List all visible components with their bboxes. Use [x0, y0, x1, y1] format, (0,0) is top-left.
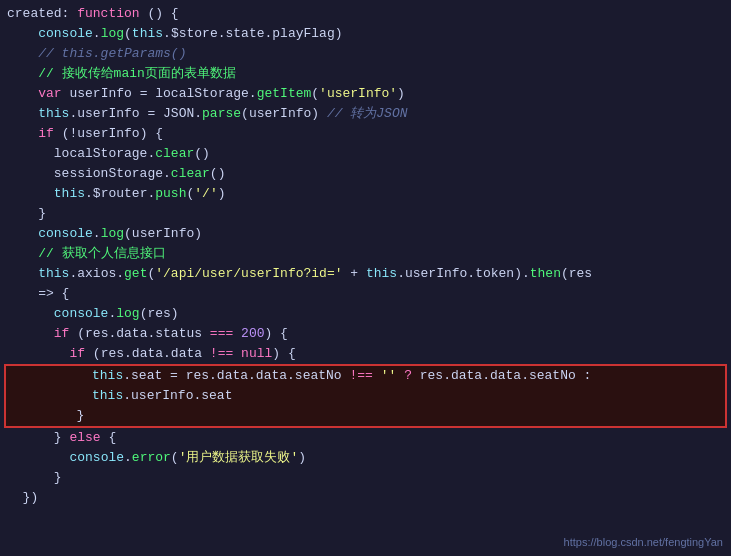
- code-text-18: if (res.data.data !== null) {: [7, 344, 723, 364]
- code-line-19: this.seat = res.data.data.seatNo !== '' …: [6, 366, 725, 386]
- code-line-5: var userInfo = localStorage.getItem('use…: [0, 84, 731, 104]
- code-line-21: }: [6, 406, 725, 426]
- code-text-14: this.axios.get('/api/user/userInfo?id=' …: [7, 264, 723, 284]
- highlighted-block: this.seat = res.data.data.seatNo !== '' …: [4, 364, 727, 428]
- code-line-6: this.userInfo = JSON.parse(userInfo) // …: [0, 104, 731, 124]
- code-line-22: } else {: [0, 428, 731, 448]
- code-text-9: sessionStorage.clear(): [7, 164, 723, 184]
- code-text-21: }: [14, 406, 717, 426]
- code-line-12: console.log(userInfo): [0, 224, 731, 244]
- code-line-13: // 获取个人信息接口: [0, 244, 731, 264]
- code-text-11: }: [7, 204, 723, 224]
- code-line-16: console.log(res): [0, 304, 731, 324]
- code-text-1: created: function () {: [7, 4, 723, 24]
- code-line-7: if (!userInfo) {: [0, 124, 731, 144]
- code-text-22: } else {: [7, 428, 723, 448]
- code-line-18: if (res.data.data !== null) {: [0, 344, 731, 364]
- code-text-12: console.log(userInfo): [7, 224, 723, 244]
- code-line-1: created: function () {: [0, 4, 731, 24]
- code-text-17: if (res.data.status === 200) {: [7, 324, 723, 344]
- code-line-2: console.log(this.$store.state.playFlag): [0, 24, 731, 44]
- watermark: https://blog.csdn.net/fengtingYan: [564, 536, 723, 548]
- code-line-9: sessionStorage.clear(): [0, 164, 731, 184]
- code-line-10: this.$router.push('/'): [0, 184, 731, 204]
- code-text-4: // 接收传给main页面的表单数据: [7, 64, 723, 84]
- code-text-10: this.$router.push('/'): [7, 184, 723, 204]
- code-text-25: }): [7, 488, 723, 508]
- code-text-20: this.userInfo.seat: [14, 386, 717, 406]
- code-line-15: => {: [0, 284, 731, 304]
- code-text-23: console.error('用户数据获取失败'): [7, 448, 723, 468]
- code-text-13: // 获取个人信息接口: [7, 244, 723, 264]
- code-line-14: this.axios.get('/api/user/userInfo?id=' …: [0, 264, 731, 284]
- code-text-24: }: [7, 468, 723, 488]
- code-text-8: localStorage.clear(): [7, 144, 723, 164]
- code-text-16: console.log(res): [7, 304, 723, 324]
- code-text-15: => {: [7, 284, 723, 304]
- code-line-17: if (res.data.status === 200) {: [0, 324, 731, 344]
- code-viewer: created: function () { console.log(this.…: [0, 0, 731, 556]
- code-text-3: // this.getParams(): [7, 44, 723, 64]
- code-line-23: console.error('用户数据获取失败'): [0, 448, 731, 468]
- code-text-2: console.log(this.$store.state.playFlag): [7, 24, 723, 44]
- code-line-25: }): [0, 488, 731, 508]
- code-line-20: this.userInfo.seat: [6, 386, 725, 406]
- code-text-19: this.seat = res.data.data.seatNo !== '' …: [14, 366, 717, 386]
- code-line-4: // 接收传给main页面的表单数据: [0, 64, 731, 84]
- code-line-3: // this.getParams(): [0, 44, 731, 64]
- code-text-7: if (!userInfo) {: [7, 124, 723, 144]
- code-text-6: this.userInfo = JSON.parse(userInfo) // …: [7, 104, 723, 124]
- code-line-24: }: [0, 468, 731, 488]
- code-line-11: }: [0, 204, 731, 224]
- code-text-5: var userInfo = localStorage.getItem('use…: [7, 84, 723, 104]
- code-line-8: localStorage.clear(): [0, 144, 731, 164]
